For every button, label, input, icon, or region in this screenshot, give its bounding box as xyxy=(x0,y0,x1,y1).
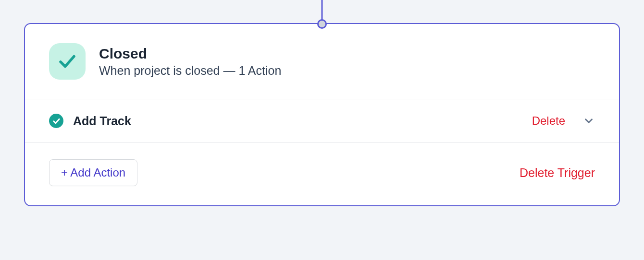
action-left: Add Track xyxy=(49,114,131,128)
trigger-subtitle: When project is closed — 1 Action xyxy=(99,64,281,78)
action-name: Add Track xyxy=(73,114,131,128)
add-action-button[interactable]: + Add Action xyxy=(49,159,137,186)
check-icon xyxy=(49,43,86,80)
trigger-footer: + Add Action Delete Trigger xyxy=(25,143,619,205)
action-row[interactable]: Add Track Delete xyxy=(25,99,619,143)
workflow-connector-node xyxy=(317,19,327,29)
trigger-card: Closed When project is closed — 1 Action… xyxy=(24,23,620,206)
trigger-title: Closed xyxy=(99,46,281,62)
check-circle-icon xyxy=(49,114,63,128)
delete-trigger-button[interactable]: Delete Trigger xyxy=(520,166,595,180)
trigger-header-text: Closed When project is closed — 1 Action xyxy=(99,46,281,78)
action-controls: Delete xyxy=(532,114,595,128)
trigger-header: Closed When project is closed — 1 Action xyxy=(25,24,619,99)
delete-action-button[interactable]: Delete xyxy=(532,114,565,128)
chevron-down-icon[interactable] xyxy=(582,115,595,127)
